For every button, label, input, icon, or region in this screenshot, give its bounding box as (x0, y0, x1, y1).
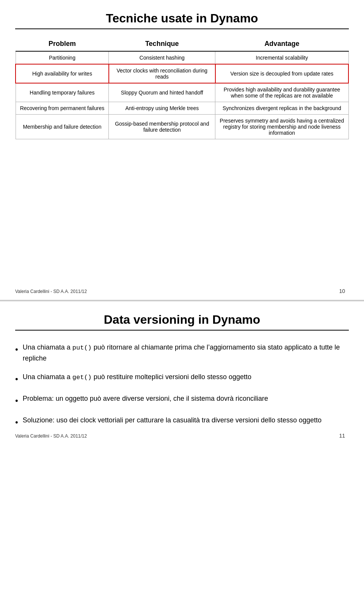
col-header-technique: Technique (109, 37, 215, 51)
cell-technique: Gossip-based membership protocol and fai… (109, 115, 215, 139)
techniques-table: Problem Technique Advantage Partitioning… (15, 37, 349, 139)
page-1: Tecniche usate in Dynamo Problem Techniq… (0, 0, 364, 300)
bullet-dot: • (15, 343, 18, 356)
table-row: PartitioningConsistent hashingIncrementa… (16, 51, 348, 64)
table-row: Recovering from permanent failuresAnti-e… (16, 102, 348, 115)
bullet-text: Una chiamata a put() può ritornare al ch… (23, 342, 349, 364)
bullet-text: Soluzione: uso dei clock vettoriali per … (23, 415, 349, 426)
cell-technique: Consistent hashing (109, 51, 215, 64)
cell-advantage: Version size is decoupled from update ra… (215, 64, 348, 83)
table-row: High availability for writesVector clock… (16, 64, 348, 83)
cell-advantage: Incremental scalability (215, 51, 348, 64)
cell-problem: Partitioning (16, 51, 109, 64)
cell-technique: Vector clocks with reconciliation during… (109, 64, 215, 83)
cell-problem: Membership and failure detection (16, 115, 109, 139)
bullet-item: •Una chiamata a put() può ritornare al c… (15, 342, 349, 364)
bullet-item: •Una chiamata a get() può restituire mol… (15, 372, 349, 386)
cell-problem: Handling temporary failures (16, 83, 109, 102)
page1-divider (15, 28, 349, 29)
cell-technique: Anti-entropy using Merkle trees (109, 102, 215, 115)
col-header-problem: Problem (16, 37, 109, 51)
bullet-dot: • (15, 394, 18, 407)
page2-divider (15, 330, 349, 331)
page1-title: Tecniche usate in Dynamo (15, 11, 349, 25)
page2-footer: Valeria Cardellini - SD A.A. 2011/12 (15, 433, 87, 439)
page2-number: 11 (339, 433, 345, 439)
cell-advantage: Preserves symmetry and avoids having a c… (215, 115, 348, 139)
bullet-text: Problema: un oggetto può avere diverse v… (23, 393, 349, 404)
cell-advantage: Synchronizes divergent replicas in the b… (215, 102, 348, 115)
col-header-advantage: Advantage (215, 37, 348, 51)
table-row: Membership and failure detectionGossip-b… (16, 115, 348, 139)
cell-advantage: Provides high availability and durabilit… (215, 83, 348, 102)
page-2: Data versioning in Dynamo •Una chiamata … (0, 300, 364, 444)
bullet-item: •Problema: un oggetto può avere diverse … (15, 393, 349, 407)
bullet-dot: • (15, 372, 18, 386)
cell-problem: Recovering from permanent failures (16, 102, 109, 115)
table-row: Handling temporary failuresSloppy Quorum… (16, 83, 348, 102)
bullet-section: •Una chiamata a put() può ritornare al c… (15, 342, 349, 429)
cell-problem: High availability for writes (16, 64, 109, 83)
page1-number: 10 (339, 288, 345, 294)
page2-title: Data versioning in Dynamo (15, 313, 349, 327)
bullet-item: •Soluzione: uso dei clock vettoriali per… (15, 415, 349, 429)
bullet-dot: • (15, 416, 18, 429)
cell-technique: Sloppy Quorum and hinted handoff (109, 83, 215, 102)
bullet-text: Una chiamata a get() può restituire molt… (23, 372, 349, 383)
page1-footer: Valeria Cardellini - SD A.A. 2011/12 (15, 289, 87, 294)
